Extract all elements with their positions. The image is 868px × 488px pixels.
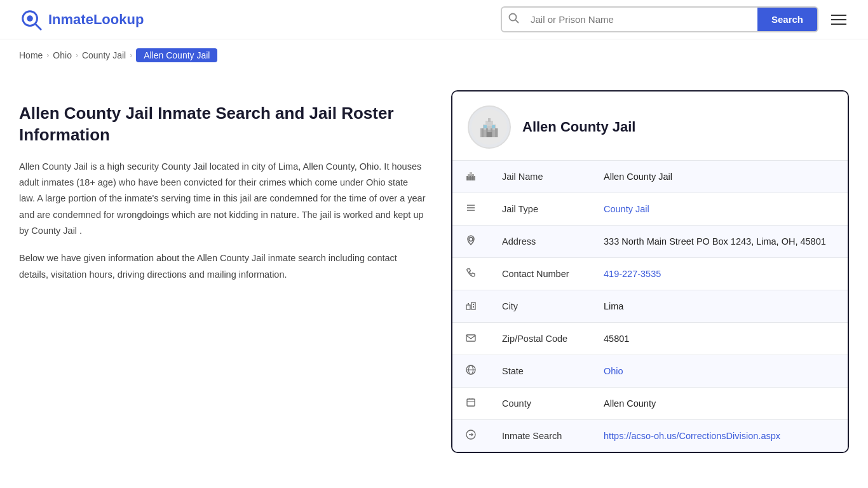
table-label: City <box>489 290 591 323</box>
svg-line-2 <box>36 24 41 29</box>
logo-link[interactable]: InmateLookup <box>19 8 144 32</box>
svg-line-4 <box>515 20 518 22</box>
jail-card-title: Allen County Jail <box>522 119 635 135</box>
table-value: 45801 <box>591 323 848 355</box>
table-label: County <box>489 388 591 420</box>
search-bar: Search <box>501 6 818 32</box>
svg-rect-13 <box>495 128 497 137</box>
page-description-1: Allen County Jail is a high security Cou… <box>19 159 426 240</box>
svg-rect-20 <box>467 176 468 180</box>
location-icon <box>452 226 489 258</box>
table-value: Allen County Jail <box>591 161 848 193</box>
table-label: Jail Name <box>489 161 591 193</box>
right-column: Allen County Jail Jail NameAllen County … <box>451 90 849 453</box>
main-content: Allen County Jail Inmate Search and Jail… <box>0 71 868 478</box>
svg-rect-36 <box>467 399 475 406</box>
jail-avatar <box>468 105 511 149</box>
breadcrumb-home[interactable]: Home <box>19 50 43 60</box>
table-row: Address333 North Main Street PO Box 1243… <box>452 226 848 258</box>
svg-point-1 <box>27 15 33 21</box>
search-input[interactable] <box>526 8 757 31</box>
table-label: Address <box>489 226 591 258</box>
table-value: 333 North Main Street PO Box 1243, Lima,… <box>591 226 848 258</box>
svg-rect-29 <box>468 303 469 304</box>
page-title: Allen County Jail Inmate Search and Jail… <box>19 103 426 146</box>
table-row: CityLima <box>452 290 848 323</box>
left-column: Allen County Jail Inmate Search and Jail… <box>19 90 426 453</box>
zip-icon <box>452 323 489 355</box>
chevron-icon-3: › <box>130 51 132 60</box>
svg-rect-15 <box>484 125 487 128</box>
logo-text: InmateLookup <box>48 11 144 28</box>
list-icon <box>452 193 489 226</box>
search-button[interactable]: Search <box>757 8 817 31</box>
county-icon <box>452 388 489 420</box>
table-row: StateOhio <box>452 355 848 388</box>
svg-point-26 <box>469 238 473 241</box>
table-row: CountyAllen County <box>452 388 848 420</box>
table-label: State <box>489 355 591 388</box>
inmate-icon <box>452 420 489 452</box>
jail-info-table: Jail NameAllen County JailJail TypeCount… <box>452 161 848 452</box>
table-row: Contact Number419-227-3535 <box>452 258 848 290</box>
table-label: Zip/Postal Code <box>489 323 591 355</box>
table-value-link[interactable]: https://acso-oh.us/CorrectionsDivision.a… <box>604 431 780 441</box>
svg-rect-31 <box>473 306 474 308</box>
svg-rect-28 <box>471 302 475 309</box>
jail-icon <box>452 161 489 193</box>
svg-rect-19 <box>470 172 472 175</box>
state-icon <box>452 355 489 388</box>
table-value: Lima <box>591 290 848 323</box>
table-value-link[interactable]: 419-227-3535 <box>604 269 661 279</box>
phone-icon <box>452 258 489 290</box>
svg-rect-27 <box>466 305 470 309</box>
table-label: Contact Number <box>489 258 591 290</box>
svg-rect-9 <box>488 118 491 122</box>
table-label: Inmate Search <box>489 420 591 452</box>
svg-rect-10 <box>482 128 484 137</box>
table-value-link[interactable]: Ohio <box>604 366 623 376</box>
logo-icon <box>19 8 43 32</box>
svg-rect-22 <box>472 176 473 180</box>
table-label: Jail Type <box>489 193 591 226</box>
header: InmateLookup Search <box>0 0 868 39</box>
svg-rect-16 <box>492 125 495 128</box>
page-description-2: Below we have given information about th… <box>19 250 426 283</box>
breadcrumb-ohio[interactable]: Ohio <box>53 50 72 60</box>
table-value[interactable]: Ohio <box>591 355 848 388</box>
breadcrumb-county-jail[interactable]: County Jail <box>82 50 126 60</box>
table-value[interactable]: County Jail <box>591 193 848 226</box>
table-value[interactable]: https://acso-oh.us/CorrectionsDivision.a… <box>591 420 848 452</box>
city-icon <box>452 290 489 323</box>
svg-rect-32 <box>466 335 475 341</box>
table-value: Allen County <box>591 388 848 420</box>
jail-card: Allen County Jail Jail NameAllen County … <box>451 90 849 453</box>
svg-rect-30 <box>473 304 474 305</box>
header-right: Search <box>501 6 849 32</box>
hamburger-menu[interactable] <box>829 12 849 27</box>
svg-rect-21 <box>470 176 471 180</box>
search-bar-icon <box>502 13 526 26</box>
table-row: Zip/Postal Code45801 <box>452 323 848 355</box>
table-value[interactable]: 419-227-3535 <box>591 258 848 290</box>
chevron-icon-2: › <box>76 51 78 60</box>
jail-card-header: Allen County Jail <box>452 92 848 161</box>
table-row: Jail NameAllen County Jail <box>452 161 848 193</box>
breadcrumb-active: Allen County Jail <box>136 48 217 62</box>
svg-rect-14 <box>487 132 492 137</box>
table-row: Jail TypeCounty Jail <box>452 193 848 226</box>
table-row: Inmate Searchhttps://acso-oh.us/Correcti… <box>452 420 848 452</box>
chevron-icon: › <box>46 51 49 60</box>
table-value-link[interactable]: County Jail <box>604 204 649 214</box>
breadcrumb: Home › Ohio › County Jail › Allen County… <box>0 39 868 71</box>
